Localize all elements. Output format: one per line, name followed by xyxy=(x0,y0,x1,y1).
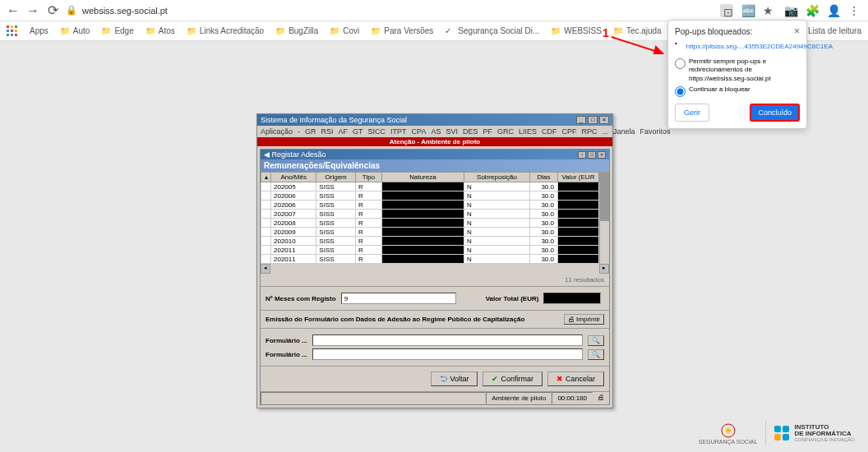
menu-item[interactable]: GRC xyxy=(497,127,514,136)
table-row[interactable]: 202008SISSRN30.0 xyxy=(261,219,599,228)
blocked-url-link[interactable]: https://pltsiss.seg-...43553E2CDEA24949C… xyxy=(686,43,833,50)
bookmark-item[interactable]: 📁Covi xyxy=(330,26,359,36)
scroll-left-icon[interactable]: ◂ xyxy=(261,264,270,274)
block-popups-radio[interactable]: Continuar a bloquear xyxy=(675,85,800,97)
footer-logos: SEGURANÇA SOCIAL INSTITUTO DE INFORMÁTIC… xyxy=(699,421,855,445)
search-formulario-2[interactable]: 🔍 xyxy=(588,349,604,360)
menu-icon[interactable]: ⋮ xyxy=(848,4,861,17)
table-row[interactable]: 202011SISSRN30.0 xyxy=(261,246,599,255)
menu-item[interactable]: Janela xyxy=(613,127,635,136)
menu-item[interactable]: PF xyxy=(482,127,492,136)
table-row[interactable]: 202010SISSRN30.0 xyxy=(261,237,599,246)
bookmark-item[interactable]: 📁Edge xyxy=(101,26,133,36)
manage-button[interactable]: Gerir xyxy=(675,104,709,122)
valor-total-input[interactable] xyxy=(543,293,601,304)
bookmark-item[interactable]: 📁WEBSISS xyxy=(551,26,602,36)
voltar-button[interactable]: ⮌Voltar xyxy=(431,371,478,386)
menu-more[interactable]: ... xyxy=(603,127,609,136)
camera-icon[interactable]: 📷 xyxy=(784,4,797,17)
bookmark-item[interactable]: 📁Atos xyxy=(145,26,175,36)
col-header[interactable]: Ano/Mês xyxy=(271,173,316,182)
meses-label: Nº Meses com Registo xyxy=(265,295,336,302)
menu-item[interactable]: SICC xyxy=(368,127,386,136)
vertical-scrollbar[interactable] xyxy=(599,172,609,264)
menu-item[interactable]: RPC xyxy=(582,127,598,136)
horizontal-scrollbar[interactable]: ◂ ▸ xyxy=(261,264,609,274)
table-row[interactable]: 202006SISSRN30.0 xyxy=(261,191,599,201)
bookmark-item[interactable]: 📁Auto xyxy=(60,26,90,36)
block-radio-input[interactable] xyxy=(675,86,686,97)
bookmark-item[interactable]: 📁Para Versões xyxy=(371,26,433,36)
app-window: Sistema de Informação da Segurança Socia… xyxy=(256,113,613,408)
sub-arrow-icon: ◀ xyxy=(264,150,270,159)
menu-item[interactable]: GR xyxy=(305,127,316,136)
svg-rect-7 xyxy=(11,34,13,36)
col-header[interactable]: Valor (EUR xyxy=(558,173,599,182)
formulario-input-1[interactable] xyxy=(312,334,583,346)
col-header[interactable]: Tipo xyxy=(356,173,382,182)
profile-icon[interactable]: 👤 xyxy=(827,4,840,17)
scroll-right-icon[interactable]: ▸ xyxy=(599,264,609,274)
sub-min-icon[interactable]: ▫ xyxy=(578,151,586,159)
bookmark-item[interactable]: ✓Segurança Social Di... xyxy=(445,26,539,36)
col-header[interactable]: Origem xyxy=(316,173,356,182)
formulario-label: Formulário ... xyxy=(265,337,307,344)
cancelar-button[interactable]: ✖Cancelar xyxy=(547,371,604,386)
table-row[interactable]: 202005SISSRN30.0 xyxy=(261,182,599,191)
sub-close-icon[interactable]: × xyxy=(598,151,606,159)
menu-item[interactable]: AS xyxy=(431,127,441,136)
menu-item[interactable]: CPF xyxy=(562,127,577,136)
status-printer-icon[interactable]: 🖨 xyxy=(593,392,609,404)
table-row[interactable]: 202007SISSRN30.0 xyxy=(261,210,599,219)
close-window-icon[interactable]: × xyxy=(599,116,609,124)
svg-marker-10 xyxy=(654,47,663,53)
done-button[interactable]: Concluído xyxy=(750,104,800,122)
bookmark-star-icon[interactable]: ★ xyxy=(763,4,776,17)
formulario-input-2[interactable] xyxy=(312,348,583,360)
reload-button[interactable]: ⟳ xyxy=(46,4,59,17)
menu-item[interactable]: Favoritos xyxy=(640,127,671,136)
app-menubar: Aplicação - GR RSI AF GT SICC ITPT CPA A… xyxy=(257,126,612,137)
minimize-icon[interactable]: _ xyxy=(576,116,586,124)
meses-input[interactable] xyxy=(341,293,456,304)
allow-radio-input[interactable] xyxy=(675,58,686,69)
menu-item[interactable]: CDF xyxy=(542,127,557,136)
bookmark-item[interactable]: 📁BugZilla xyxy=(275,26,318,36)
menu-item[interactable]: CPA xyxy=(412,127,427,136)
popup-blocked-icon[interactable]: ⊡ xyxy=(720,4,733,17)
table-row[interactable]: 202009SISSRN30.0 xyxy=(261,228,599,237)
table-row[interactable]: 202011SISSRN30.0 xyxy=(261,255,599,264)
allow-popups-radio[interactable]: Permitir sempre pop-ups e redirecionamen… xyxy=(675,58,800,83)
menu-item[interactable]: ITPT xyxy=(390,127,407,136)
bookmark-item[interactable]: 📁Links Acreditação xyxy=(187,26,264,36)
table-row[interactable]: 202006SISSRN30.0 xyxy=(261,201,599,210)
menu-item[interactable]: SVI xyxy=(446,127,458,136)
confirmar-button[interactable]: ✔Confirmar xyxy=(482,371,542,386)
imprimir-button[interactable]: 🖨Imprimir xyxy=(564,314,604,325)
address-bar[interactable]: 🔒 websiss.seg-social.pt xyxy=(66,5,713,16)
summary-panel: Nº Meses com Registo Valor Total (EUR) xyxy=(261,286,609,310)
puzzle-icon[interactable]: 🧩 xyxy=(806,4,819,17)
back-button[interactable]: ← xyxy=(7,4,20,17)
menu-item[interactable]: DES xyxy=(463,127,478,136)
close-icon[interactable]: × xyxy=(794,25,800,37)
maximize-icon[interactable]: □ xyxy=(588,116,598,124)
col-header[interactable]: Sobreposição xyxy=(464,173,529,182)
menu-item[interactable]: Aplicação xyxy=(261,127,293,136)
col-checkbox: ▴ xyxy=(261,173,271,182)
col-header[interactable]: Dias xyxy=(530,173,558,182)
scrollbar-thumb[interactable] xyxy=(600,172,609,221)
menu-item[interactable]: AF xyxy=(339,127,349,136)
search-formulario-1[interactable]: 🔍 xyxy=(588,335,604,346)
bookmark-apps[interactable]: Apps xyxy=(30,26,48,35)
x-icon: ✖ xyxy=(556,375,563,383)
menu-item[interactable]: RSI xyxy=(321,127,334,136)
forward-button[interactable]: → xyxy=(26,4,39,17)
sub-max-icon[interactable]: □ xyxy=(588,151,596,159)
col-header[interactable]: Natureza xyxy=(381,173,464,182)
apps-icon[interactable] xyxy=(7,25,18,37)
popup-title: Pop-ups bloqueados: xyxy=(675,27,800,36)
menu-item[interactable]: GT xyxy=(353,127,363,136)
menu-item[interactable]: LIIES xyxy=(519,127,537,136)
translate-icon[interactable]: 🔤 xyxy=(741,4,755,17)
